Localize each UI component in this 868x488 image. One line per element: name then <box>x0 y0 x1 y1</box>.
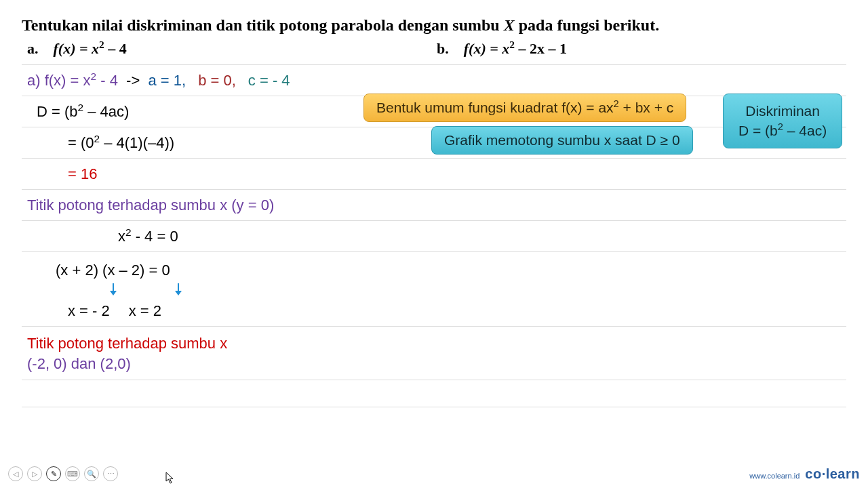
l1-a: a = 1, <box>149 72 186 89</box>
x-neg2: x = - 2 <box>68 302 110 320</box>
disk-eq: D = (b2 – 4ac) <box>738 121 827 140</box>
work-line-7: (x + 2) (x – 2) = 0 <box>22 252 846 283</box>
pen-icon[interactable]: ✎ <box>46 466 61 481</box>
work-conclusion: Titik potong terhadap sumbu x (-2, 0) da… <box>22 327 846 380</box>
arrow-down-icon <box>108 283 118 296</box>
question-title: Tentukan nilai diskriminan dan titik pot… <box>22 16 846 35</box>
x-pos2: x = 2 <box>129 302 161 320</box>
forward-icon[interactable]: ▷ <box>27 466 42 481</box>
work-line-8: x = - 2 x = 2 <box>22 296 846 327</box>
arrow-down-icon <box>174 283 183 296</box>
brand: www.colearn.id co·learn <box>749 466 860 482</box>
l1-b: b = 0, <box>198 72 236 89</box>
brand-url: www.colearn.id <box>749 472 800 480</box>
work-line-1: a) f(x) = x2 - 4 -> a = 1, b = 0, c = - … <box>22 65 846 96</box>
l1-arrow: -> <box>118 72 149 89</box>
title-suffix: pada fungsi berikut. <box>515 16 659 34</box>
work-line-6: x2 - 4 = 0 <box>22 221 846 252</box>
l1-fx: a) f(x) = x2 - 4 <box>27 72 118 89</box>
work-line-5: Titik potong terhadap sumbu x (y = 0) <box>22 190 846 221</box>
title-var: X <box>504 16 515 34</box>
empty-row <box>22 380 846 407</box>
back-icon[interactable]: ◁ <box>8 466 23 481</box>
zoom-icon[interactable]: 🔍 <box>84 466 99 481</box>
arrow-row <box>83 283 846 296</box>
more-icon[interactable]: ⋯ <box>103 466 118 481</box>
problem-a: a. f(x) = x2 – 4 <box>22 40 437 58</box>
svg-marker-3 <box>175 291 182 296</box>
conclusion-points: (-2, 0) dan (2,0) <box>27 355 131 373</box>
cursor-icon <box>165 472 175 484</box>
svg-marker-1 <box>110 291 117 296</box>
callout-general-form: Bentuk umum fungsi kuadrat f(x) = ax2 + … <box>363 94 686 122</box>
callout-discriminant: Diskriminan D = (b2 – 4ac) <box>723 94 842 148</box>
result-16: = 16 <box>68 165 97 183</box>
conclusion-label: Titik potong terhadap sumbu x <box>27 335 227 352</box>
brand-logo: co·learn <box>805 466 860 482</box>
problem-statements: a. f(x) = x2 – 4 b. f(x) = x2 – 2x – 1 <box>22 36 846 65</box>
footer-toolbar: ◁ ▷ ✎ ⌨ 🔍 ⋯ www.colearn.id co·learn <box>0 464 868 484</box>
keyboard-icon[interactable]: ⌨ <box>65 466 80 481</box>
l1-c: c = - 4 <box>248 72 290 89</box>
title-prefix: Tentukan nilai diskriminan dan titik pot… <box>22 16 504 34</box>
callout-graph-condition: Grafik memotong sumbu x saat D ≥ 0 <box>431 126 693 155</box>
work-line-4: = 16 <box>22 159 846 190</box>
problem-b: b. f(x) = x2 – 2x – 1 <box>437 40 846 58</box>
disk-label: Diskriminan <box>738 101 827 121</box>
